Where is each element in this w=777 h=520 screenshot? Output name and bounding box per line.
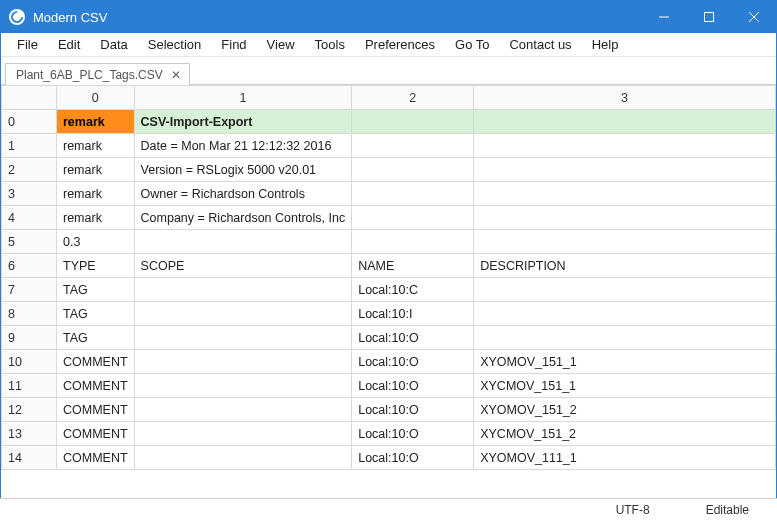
menu-edit[interactable]: Edit <box>48 35 90 54</box>
cell[interactable] <box>352 182 474 206</box>
cell[interactable]: Company = Richardson Controls, Inc <box>134 206 352 230</box>
cell[interactable] <box>134 326 352 350</box>
menu-contact-us[interactable]: Contact us <box>499 35 581 54</box>
cell[interactable] <box>134 446 352 470</box>
column-header[interactable]: 3 <box>474 86 776 110</box>
cell[interactable]: Local:10:O <box>352 374 474 398</box>
table-row[interactable]: 11COMMENTLocal:10:OXYCMOV_151_1 <box>2 374 776 398</box>
menu-find[interactable]: Find <box>211 35 256 54</box>
cell[interactable]: Local:10:O <box>352 422 474 446</box>
menu-go-to[interactable]: Go To <box>445 35 499 54</box>
row-header[interactable]: 0 <box>2 110 57 134</box>
cell[interactable]: remark <box>57 182 135 206</box>
table-row[interactable]: 12COMMENTLocal:10:OXYOMOV_151_2 <box>2 398 776 422</box>
cell[interactable] <box>474 230 776 254</box>
cell[interactable]: Local:10:C <box>352 278 474 302</box>
cell[interactable]: COMMENT <box>57 422 135 446</box>
row-header[interactable]: 7 <box>2 278 57 302</box>
cell[interactable]: CSV-Import-Export <box>134 110 352 134</box>
cell[interactable]: TAG <box>57 302 135 326</box>
table-row[interactable]: 10COMMENTLocal:10:OXYOMOV_151_1 <box>2 350 776 374</box>
row-header[interactable]: 13 <box>2 422 57 446</box>
cell[interactable]: TYPE <box>57 254 135 278</box>
cell[interactable]: XYOMOV_151_1 <box>474 350 776 374</box>
table-row[interactable]: 2remarkVersion = RSLogix 5000 v20.01 <box>2 158 776 182</box>
table-row[interactable]: 50.3 <box>2 230 776 254</box>
row-header[interactable]: 8 <box>2 302 57 326</box>
cell[interactable]: NAME <box>352 254 474 278</box>
menu-help[interactable]: Help <box>582 35 629 54</box>
row-header[interactable]: 9 <box>2 326 57 350</box>
cell[interactable] <box>352 206 474 230</box>
cell[interactable] <box>134 398 352 422</box>
maximize-button[interactable] <box>686 1 731 33</box>
row-header[interactable]: 14 <box>2 446 57 470</box>
column-header[interactable]: 2 <box>352 86 474 110</box>
row-header[interactable]: 5 <box>2 230 57 254</box>
menu-view[interactable]: View <box>257 35 305 54</box>
table-row[interactable]: 8TAGLocal:10:I <box>2 302 776 326</box>
cell[interactable] <box>134 422 352 446</box>
cell[interactable]: remark <box>57 206 135 230</box>
cell[interactable]: XYCMOV_151_1 <box>474 374 776 398</box>
cell[interactable]: remark <box>57 134 135 158</box>
menu-file[interactable]: File <box>7 35 48 54</box>
cell[interactable] <box>134 302 352 326</box>
cell[interactable] <box>474 326 776 350</box>
cell[interactable] <box>474 110 776 134</box>
cell[interactable]: XYCMOV_151_2 <box>474 422 776 446</box>
table-row[interactable]: 1remarkDate = Mon Mar 21 12:12:32 2016 <box>2 134 776 158</box>
cell[interactable]: Local:10:O <box>352 350 474 374</box>
cell[interactable]: Version = RSLogix 5000 v20.01 <box>134 158 352 182</box>
cell[interactable]: COMMENT <box>57 350 135 374</box>
cell[interactable] <box>474 158 776 182</box>
cell[interactable]: remark <box>57 158 135 182</box>
cell[interactable]: COMMENT <box>57 398 135 422</box>
cell[interactable]: XYOMOV_151_2 <box>474 398 776 422</box>
cell[interactable] <box>134 278 352 302</box>
table-row[interactable]: 4remarkCompany = Richardson Controls, In… <box>2 206 776 230</box>
table-row[interactable]: 6TYPESCOPENAMEDESCRIPTION <box>2 254 776 278</box>
table-row[interactable]: 3remarkOwner = Richardson Controls <box>2 182 776 206</box>
cell[interactable] <box>352 110 474 134</box>
row-header[interactable]: 1 <box>2 134 57 158</box>
cell[interactable] <box>134 374 352 398</box>
cell[interactable]: Date = Mon Mar 21 12:12:32 2016 <box>134 134 352 158</box>
table-row[interactable]: 0remarkCSV-Import-Export <box>2 110 776 134</box>
row-header[interactable]: 4 <box>2 206 57 230</box>
row-header[interactable]: 12 <box>2 398 57 422</box>
row-header[interactable]: 6 <box>2 254 57 278</box>
data-grid[interactable]: 0123 0remarkCSV-Import-Export1remarkDate… <box>1 85 776 470</box>
close-tab-icon[interactable]: ✕ <box>171 68 181 82</box>
column-header[interactable]: 1 <box>134 86 352 110</box>
cell[interactable] <box>474 134 776 158</box>
cell[interactable] <box>474 278 776 302</box>
row-header[interactable]: 3 <box>2 182 57 206</box>
cell[interactable] <box>352 134 474 158</box>
table-row[interactable]: 14COMMENTLocal:10:OXYOMOV_111_1 <box>2 446 776 470</box>
cell[interactable]: Owner = Richardson Controls <box>134 182 352 206</box>
menu-data[interactable]: Data <box>90 35 137 54</box>
column-header[interactable]: 0 <box>57 86 135 110</box>
file-tab[interactable]: Plant_6AB_PLC_Tags.CSV ✕ <box>5 63 190 85</box>
cell[interactable] <box>134 230 352 254</box>
table-row[interactable]: 9TAGLocal:10:O <box>2 326 776 350</box>
cell[interactable] <box>474 302 776 326</box>
cell[interactable]: Local:10:I <box>352 302 474 326</box>
cell[interactable]: 0.3 <box>57 230 135 254</box>
cell[interactable] <box>474 182 776 206</box>
cell[interactable]: XYOMOV_111_1 <box>474 446 776 470</box>
table-row[interactable]: 7TAGLocal:10:C <box>2 278 776 302</box>
cell[interactable]: Local:10:O <box>352 398 474 422</box>
cell[interactable] <box>352 230 474 254</box>
minimize-button[interactable] <box>641 1 686 33</box>
cell[interactable]: DESCRIPTION <box>474 254 776 278</box>
row-header[interactable]: 2 <box>2 158 57 182</box>
cell[interactable] <box>352 158 474 182</box>
cell[interactable]: TAG <box>57 326 135 350</box>
cell[interactable]: COMMENT <box>57 374 135 398</box>
menu-selection[interactable]: Selection <box>138 35 211 54</box>
menu-preferences[interactable]: Preferences <box>355 35 445 54</box>
cell[interactable]: TAG <box>57 278 135 302</box>
cell[interactable] <box>134 350 352 374</box>
